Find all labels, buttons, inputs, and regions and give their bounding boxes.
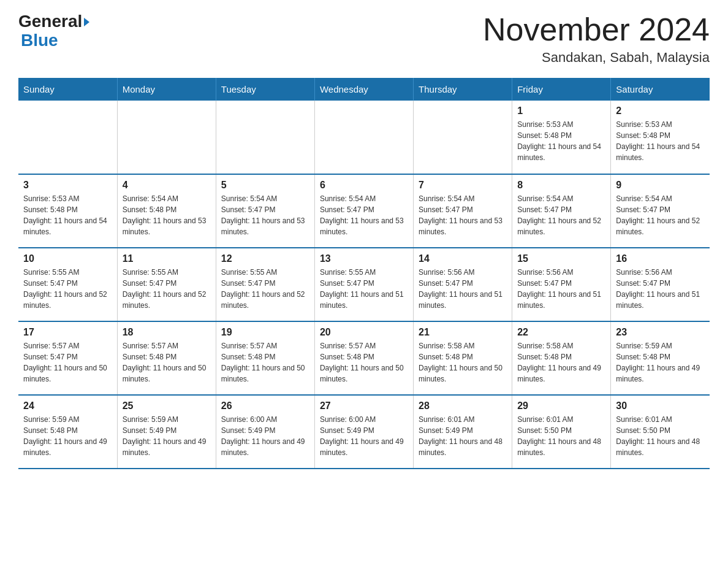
sun-info: Sunrise: 5:54 AMSunset: 5:47 PMDaylight:… xyxy=(419,193,507,237)
sun-info: Sunrise: 5:55 AMSunset: 5:47 PMDaylight:… xyxy=(23,267,112,311)
table-row xyxy=(18,101,117,174)
table-row xyxy=(414,101,512,174)
header-sunday: Sunday xyxy=(18,78,117,101)
table-row: 10Sunrise: 5:55 AMSunset: 5:47 PMDayligh… xyxy=(18,248,117,321)
day-number: 25 xyxy=(123,400,211,412)
sun-info: Sunrise: 5:57 AMSunset: 5:48 PMDaylight:… xyxy=(320,340,408,385)
calendar-row: 10Sunrise: 5:55 AMSunset: 5:47 PMDayligh… xyxy=(18,248,710,321)
table-row: 11Sunrise: 5:55 AMSunset: 5:47 PMDayligh… xyxy=(117,248,216,321)
calendar-row: 17Sunrise: 5:57 AMSunset: 5:47 PMDayligh… xyxy=(18,321,710,395)
weekday-header-row: Sunday Monday Tuesday Wednesday Thursday… xyxy=(18,78,710,101)
sun-info: Sunrise: 5:56 AMSunset: 5:47 PMDaylight:… xyxy=(517,267,605,311)
table-row: 29Sunrise: 6:01 AMSunset: 5:50 PMDayligh… xyxy=(512,395,611,469)
sun-info: Sunrise: 5:54 AMSunset: 5:47 PMDaylight:… xyxy=(221,193,309,237)
table-row: 5Sunrise: 5:54 AMSunset: 5:47 PMDaylight… xyxy=(216,174,314,248)
table-row: 3Sunrise: 5:53 AMSunset: 5:48 PMDaylight… xyxy=(18,174,117,248)
sun-info: Sunrise: 5:57 AMSunset: 5:47 PMDaylight:… xyxy=(23,340,112,385)
calendar-row: 1Sunrise: 5:53 AMSunset: 5:48 PMDaylight… xyxy=(18,101,710,174)
day-number: 10 xyxy=(23,253,112,264)
sun-info: Sunrise: 5:55 AMSunset: 5:47 PMDaylight:… xyxy=(221,267,309,311)
sun-info: Sunrise: 5:54 AMSunset: 5:47 PMDaylight:… xyxy=(517,193,605,237)
table-row: 8Sunrise: 5:54 AMSunset: 5:47 PMDaylight… xyxy=(512,174,611,248)
table-row: 30Sunrise: 6:01 AMSunset: 5:50 PMDayligh… xyxy=(611,395,710,469)
day-number: 16 xyxy=(616,253,705,264)
logo-blue-text: Blue xyxy=(18,31,89,50)
day-number: 20 xyxy=(320,327,408,338)
table-row: 19Sunrise: 5:57 AMSunset: 5:48 PMDayligh… xyxy=(216,321,314,395)
day-number: 15 xyxy=(517,253,605,264)
logo-arrow-icon xyxy=(84,18,89,26)
sun-info: Sunrise: 5:55 AMSunset: 5:47 PMDaylight:… xyxy=(123,267,211,311)
sun-info: Sunrise: 5:57 AMSunset: 5:48 PMDaylight:… xyxy=(221,340,309,385)
day-number: 1 xyxy=(517,105,605,117)
day-number: 29 xyxy=(517,400,605,412)
day-number: 22 xyxy=(517,327,605,338)
day-number: 26 xyxy=(221,400,309,412)
day-number: 17 xyxy=(23,327,112,338)
table-row: 12Sunrise: 5:55 AMSunset: 5:47 PMDayligh… xyxy=(216,248,314,321)
day-number: 7 xyxy=(419,180,507,191)
header-friday: Friday xyxy=(512,78,611,101)
sun-info: Sunrise: 5:53 AMSunset: 5:48 PMDaylight:… xyxy=(616,119,705,163)
table-row xyxy=(117,101,216,174)
title-section: November 2024 Sandakan, Sabah, Malaysia xyxy=(483,12,710,66)
table-row: 9Sunrise: 5:54 AMSunset: 5:47 PMDaylight… xyxy=(611,174,710,248)
day-number: 3 xyxy=(23,180,112,191)
day-number: 24 xyxy=(23,400,112,412)
table-row: 7Sunrise: 5:54 AMSunset: 5:47 PMDaylight… xyxy=(414,174,512,248)
table-row: 23Sunrise: 5:59 AMSunset: 5:48 PMDayligh… xyxy=(611,321,710,395)
sun-info: Sunrise: 5:53 AMSunset: 5:48 PMDaylight:… xyxy=(517,119,605,163)
sun-info: Sunrise: 6:01 AMSunset: 5:49 PMDaylight:… xyxy=(419,414,507,458)
day-number: 4 xyxy=(123,180,211,191)
sun-info: Sunrise: 5:54 AMSunset: 5:47 PMDaylight:… xyxy=(616,193,705,237)
day-number: 23 xyxy=(616,327,705,338)
day-number: 18 xyxy=(123,327,211,338)
header-saturday: Saturday xyxy=(611,78,710,101)
header-thursday: Thursday xyxy=(414,78,512,101)
day-number: 5 xyxy=(221,180,309,191)
page-header: General Blue November 2024 Sandakan, Sab… xyxy=(18,12,710,66)
sun-info: Sunrise: 6:01 AMSunset: 5:50 PMDaylight:… xyxy=(517,414,605,458)
day-number: 2 xyxy=(616,105,705,117)
table-row: 17Sunrise: 5:57 AMSunset: 5:47 PMDayligh… xyxy=(18,321,117,395)
table-row xyxy=(314,101,413,174)
table-row: 15Sunrise: 5:56 AMSunset: 5:47 PMDayligh… xyxy=(512,248,611,321)
table-row: 25Sunrise: 5:59 AMSunset: 5:49 PMDayligh… xyxy=(117,395,216,469)
day-number: 30 xyxy=(616,400,705,412)
table-row: 22Sunrise: 5:58 AMSunset: 5:48 PMDayligh… xyxy=(512,321,611,395)
sun-info: Sunrise: 5:56 AMSunset: 5:47 PMDaylight:… xyxy=(419,267,507,311)
sun-info: Sunrise: 5:59 AMSunset: 5:48 PMDaylight:… xyxy=(616,340,705,385)
sun-info: Sunrise: 5:59 AMSunset: 5:48 PMDaylight:… xyxy=(23,414,112,458)
location-title: Sandakan, Sabah, Malaysia xyxy=(483,50,710,66)
day-number: 13 xyxy=(320,253,408,264)
header-monday: Monday xyxy=(117,78,216,101)
sun-info: Sunrise: 5:53 AMSunset: 5:48 PMDaylight:… xyxy=(23,193,112,237)
day-number: 11 xyxy=(123,253,211,264)
day-number: 27 xyxy=(320,400,408,412)
sun-info: Sunrise: 5:58 AMSunset: 5:48 PMDaylight:… xyxy=(419,340,507,385)
day-number: 28 xyxy=(419,400,507,412)
table-row: 6Sunrise: 5:54 AMSunset: 5:47 PMDaylight… xyxy=(314,174,413,248)
table-row: 14Sunrise: 5:56 AMSunset: 5:47 PMDayligh… xyxy=(414,248,512,321)
sun-info: Sunrise: 5:57 AMSunset: 5:48 PMDaylight:… xyxy=(123,340,211,385)
sun-info: Sunrise: 5:58 AMSunset: 5:48 PMDaylight:… xyxy=(517,340,605,385)
table-row: 18Sunrise: 5:57 AMSunset: 5:48 PMDayligh… xyxy=(117,321,216,395)
sun-info: Sunrise: 6:01 AMSunset: 5:50 PMDaylight:… xyxy=(616,414,705,458)
table-row: 26Sunrise: 6:00 AMSunset: 5:49 PMDayligh… xyxy=(216,395,314,469)
day-number: 19 xyxy=(221,327,309,338)
table-row: 4Sunrise: 5:54 AMSunset: 5:48 PMDaylight… xyxy=(117,174,216,248)
calendar-row: 24Sunrise: 5:59 AMSunset: 5:48 PMDayligh… xyxy=(18,395,710,469)
day-number: 12 xyxy=(221,253,309,264)
table-row: 24Sunrise: 5:59 AMSunset: 5:48 PMDayligh… xyxy=(18,395,117,469)
table-row: 1Sunrise: 5:53 AMSunset: 5:48 PMDaylight… xyxy=(512,101,611,174)
table-row: 16Sunrise: 5:56 AMSunset: 5:47 PMDayligh… xyxy=(611,248,710,321)
sun-info: Sunrise: 5:54 AMSunset: 5:48 PMDaylight:… xyxy=(123,193,211,237)
table-row: 27Sunrise: 6:00 AMSunset: 5:49 PMDayligh… xyxy=(314,395,413,469)
sun-info: Sunrise: 6:00 AMSunset: 5:49 PMDaylight:… xyxy=(221,414,309,458)
sun-info: Sunrise: 5:54 AMSunset: 5:47 PMDaylight:… xyxy=(320,193,408,237)
day-number: 9 xyxy=(616,180,705,191)
day-number: 8 xyxy=(517,180,605,191)
table-row: 2Sunrise: 5:53 AMSunset: 5:48 PMDaylight… xyxy=(611,101,710,174)
month-title: November 2024 xyxy=(483,12,710,47)
header-wednesday: Wednesday xyxy=(314,78,413,101)
